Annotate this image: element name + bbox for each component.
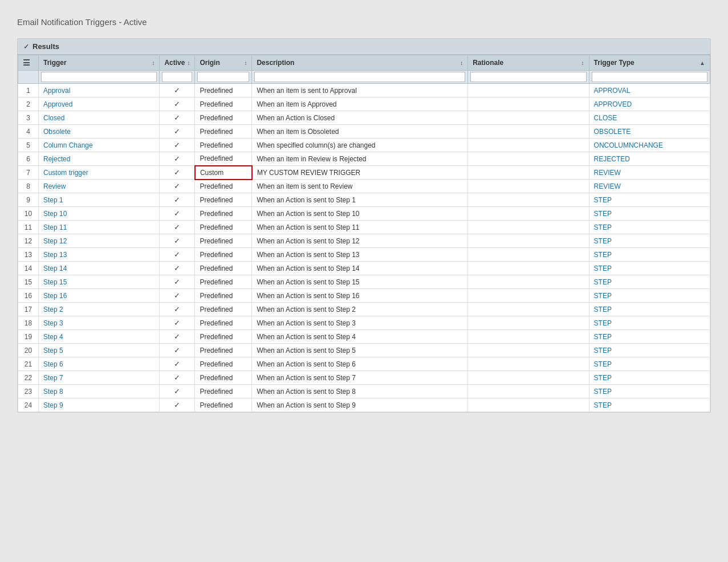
origin-filter-input[interactable] [197, 72, 249, 82]
active-checkbox[interactable]: ✓ [160, 371, 195, 385]
trigger-col-header[interactable]: Trigger ↕ [39, 55, 160, 71]
trigger-name[interactable]: Step 11 [39, 221, 160, 234]
filter-rationale-col[interactable] [468, 71, 589, 84]
active-checkbox[interactable]: ✓ [160, 152, 195, 166]
trigger-type-cell[interactable]: APPROVAL [589, 84, 710, 97]
trigger-name[interactable]: Step 14 [39, 262, 160, 275]
active-checkbox[interactable]: ✓ [160, 248, 195, 262]
trigger-type-cell[interactable]: STEP [589, 316, 710, 330]
active-filter-input[interactable] [162, 72, 192, 82]
collapse-icon[interactable]: ✓ [23, 43, 29, 51]
trigger-name[interactable]: Review [39, 180, 160, 193]
trigger-type-cell[interactable]: STEP [589, 207, 710, 221]
trigger-sort-icon[interactable]: ↕ [152, 60, 154, 66]
active-checkbox[interactable]: ✓ [160, 357, 195, 371]
trigger-name[interactable]: Step 2 [39, 303, 160, 316]
rationale-sort-icon[interactable]: ↕ [581, 60, 584, 66]
trigger-name[interactable]: Step 6 [39, 357, 160, 371]
trigger-type-filter-input[interactable] [592, 72, 707, 82]
trigger-type-cell[interactable]: STEP [589, 221, 710, 234]
trigger-type-cell[interactable]: STEP [589, 303, 710, 316]
active-checkbox[interactable]: ✓ [160, 180, 195, 193]
trigger-type-cell[interactable]: OBSOLETE [589, 125, 710, 139]
active-checkbox[interactable]: ✓ [160, 207, 195, 221]
filter-active-col[interactable] [160, 71, 195, 84]
trigger-name[interactable]: Closed [39, 111, 160, 125]
trigger-name[interactable]: Step 8 [39, 385, 160, 398]
active-checkbox[interactable]: ✓ [160, 234, 195, 248]
trigger-name[interactable]: Obsolete [39, 125, 160, 139]
trigger-type-cell[interactable]: STEP [589, 289, 710, 303]
trigger-filter-input[interactable] [41, 72, 157, 82]
trigger-name[interactable]: Step 12 [39, 234, 160, 248]
filter-trigger-col[interactable] [39, 71, 160, 84]
trigger-name[interactable]: Step 10 [39, 207, 160, 221]
active-checkbox[interactable]: ✓ [160, 111, 195, 125]
active-checkbox[interactable]: ✓ [160, 275, 195, 289]
trigger-name[interactable]: Custom trigger [39, 166, 160, 180]
active-checkbox[interactable]: ✓ [160, 221, 195, 234]
trigger-type-sort-icon[interactable]: ▲ [699, 60, 705, 66]
trigger-name[interactable]: Step 4 [39, 330, 160, 344]
trigger-name[interactable]: Step 5 [39, 344, 160, 357]
active-checkbox[interactable]: ✓ [160, 385, 195, 398]
trigger-name[interactable]: Step 9 [39, 398, 160, 412]
trigger-type-cell[interactable]: CLOSE [589, 111, 710, 125]
trigger-type-cell[interactable]: STEP [589, 275, 710, 289]
trigger-name[interactable]: Step 15 [39, 275, 160, 289]
rationale-filter-input[interactable] [470, 72, 586, 82]
active-checkbox[interactable]: ✓ [160, 289, 195, 303]
origin-cell: Predefined [195, 275, 252, 289]
filter-desc-col[interactable] [252, 71, 468, 84]
row-number: 19 [18, 330, 39, 344]
trigger-type-cell[interactable]: STEP [589, 234, 710, 248]
trigger-type-cell[interactable]: ONCOLUMNCHANGE [589, 139, 710, 152]
active-checkbox[interactable]: ✓ [160, 303, 195, 316]
trigger-type-cell[interactable]: REVIEW [589, 166, 710, 180]
trigger-type-cell[interactable]: STEP [589, 371, 710, 385]
trigger-type-cell[interactable]: STEP [589, 385, 710, 398]
trigger-name[interactable]: Step 16 [39, 289, 160, 303]
rationale-col-header[interactable]: Rationale ↕ [468, 55, 589, 71]
active-checkbox[interactable]: ✓ [160, 193, 195, 207]
trigger-name[interactable]: Rejected [39, 152, 160, 166]
trigger-type-cell[interactable]: STEP [589, 398, 710, 412]
filter-origin-col[interactable] [195, 71, 252, 84]
trigger-type-cell[interactable]: STEP [589, 330, 710, 344]
trigger-name[interactable]: Approved [39, 97, 160, 111]
trigger-name[interactable]: Step 13 [39, 248, 160, 262]
active-checkbox[interactable]: ✓ [160, 330, 195, 344]
trigger-name[interactable]: Step 1 [39, 193, 160, 207]
origin-col-header[interactable]: Origin ↕ [195, 55, 252, 71]
desc-col-header[interactable]: Description ↕ [252, 55, 468, 71]
trigger-name[interactable]: Column Change [39, 139, 160, 152]
trigger-type-cell[interactable]: STEP [589, 248, 710, 262]
trigger-type-cell[interactable]: APPROVED [589, 97, 710, 111]
trigger-type-col-header[interactable]: Trigger Type ▲ [589, 55, 710, 71]
active-checkbox[interactable]: ✓ [160, 125, 195, 139]
trigger-name[interactable]: Step 3 [39, 316, 160, 330]
active-checkbox[interactable]: ✓ [160, 97, 195, 111]
trigger-type-cell[interactable]: STEP [589, 357, 710, 371]
active-checkbox[interactable]: ✓ [160, 84, 195, 97]
active-checkbox[interactable]: ✓ [160, 166, 195, 180]
origin-sort-icon[interactable]: ↕ [244, 60, 247, 66]
active-checkbox[interactable]: ✓ [160, 398, 195, 412]
trigger-type-cell[interactable]: STEP [589, 344, 710, 357]
trigger-type-cell[interactable]: REVIEW [589, 180, 710, 193]
desc-sort-icon[interactable]: ↕ [460, 60, 463, 66]
trigger-name[interactable]: Approval [39, 84, 160, 97]
active-checkbox[interactable]: ✓ [160, 262, 195, 275]
filter-trigger-type-col[interactable] [589, 71, 710, 84]
menu-icon[interactable]: ☰ [23, 58, 30, 67]
active-checkbox[interactable]: ✓ [160, 344, 195, 357]
active-checkbox[interactable]: ✓ [160, 139, 195, 152]
trigger-type-cell[interactable]: STEP [589, 262, 710, 275]
trigger-type-cell[interactable]: REJECTED [589, 152, 710, 166]
trigger-type-cell[interactable]: STEP [589, 193, 710, 207]
active-col-header[interactable]: Active ↕ [160, 55, 195, 71]
active-checkbox[interactable]: ✓ [160, 316, 195, 330]
active-sort-icon[interactable]: ↕ [187, 60, 190, 66]
desc-filter-input[interactable] [254, 72, 465, 82]
trigger-name[interactable]: Step 7 [39, 371, 160, 385]
